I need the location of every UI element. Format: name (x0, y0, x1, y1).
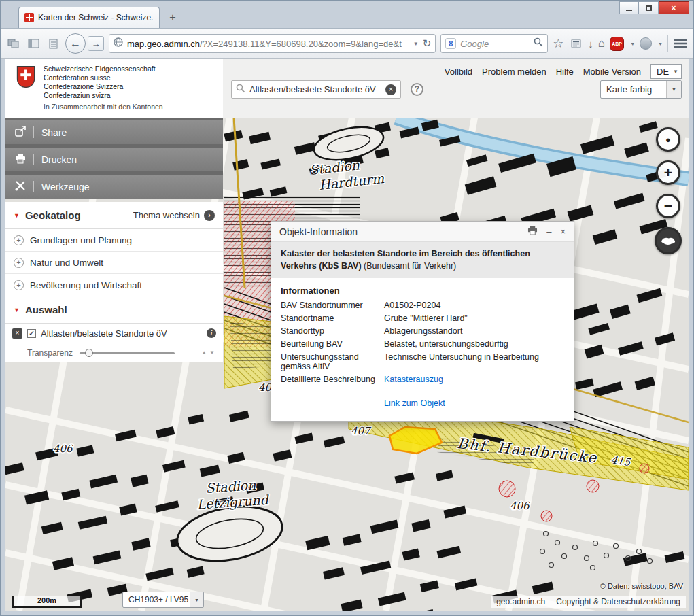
layer-checkbox[interactable]: ✓ (27, 329, 36, 338)
overview-switzerland-button[interactable] (655, 227, 682, 254)
field-value: A01502-P0204 (384, 301, 564, 310)
panel-icon[interactable] (26, 37, 41, 50)
field-label: Untersuchungsstand gemäss AltlV (281, 352, 384, 371)
field-value: Technische Untersuchung in Bearbeitung (384, 352, 564, 371)
print-label: Drucken (41, 154, 77, 165)
abp-addon-icon[interactable]: ABP (610, 37, 624, 51)
geolocate-button[interactable]: ● (656, 127, 680, 152)
language-select[interactable]: DE ▼ (650, 64, 682, 79)
minimize-button[interactable] (619, 1, 639, 14)
map-search-bar[interactable]: × (231, 80, 401, 99)
section-title: Informationen (281, 286, 564, 296)
link-mobile-version[interactable]: Mobile Version (583, 67, 641, 77)
geoadmin-link[interactable]: geo.admin.ch (496, 597, 545, 606)
catalog-item-label: Bevölkerung und Wirtschaft (30, 280, 142, 290)
abp-dropdown-icon[interactable]: ▼ (630, 41, 635, 46)
tools-button[interactable]: Werkzeuge (5, 175, 223, 199)
magnifier-icon (236, 84, 245, 96)
popup-close-icon[interactable]: × (560, 226, 566, 237)
collapse-arrow-icon: ▼ (14, 307, 20, 313)
popup-body: Informationen BAV StandortnummerA01502-P… (271, 278, 574, 421)
home-button[interactable]: ⌂ (598, 37, 605, 50)
expand-plus-icon[interactable]: + (14, 280, 24, 290)
remove-layer-button[interactable]: × (12, 328, 22, 339)
sidebar: Share Drucken Werkzeuge (5, 118, 223, 362)
map-style-select[interactable]: Karte farbig ▼ (600, 80, 682, 99)
catalog-item-bevoelkerung[interactable]: + Bevölkerung und Wirtschaft (5, 274, 223, 296)
pages-icon[interactable] (6, 37, 21, 50)
minimize-icon (626, 10, 632, 11)
cooperation-note: In Zusammenarbeit mit den Kantonen (44, 103, 163, 111)
map-search-input[interactable] (249, 84, 381, 95)
clipboard-icon[interactable] (46, 37, 60, 50)
search-magnifier-icon[interactable] (534, 37, 543, 50)
chevron-down-icon: ▼ (673, 69, 678, 75)
expand-plus-icon[interactable]: + (14, 235, 24, 245)
reload-icon[interactable]: ↻ (423, 37, 432, 50)
change-topic-link[interactable]: Thema wechseln › (133, 210, 215, 221)
expand-plus-icon[interactable]: + (14, 258, 24, 268)
zoom-in-button[interactable]: + (656, 160, 680, 185)
katasterauszug-link[interactable]: Katasterauszug (384, 375, 443, 384)
auswahl-header[interactable]: ▼ Auswahl (5, 296, 223, 324)
popup-titlebar[interactable]: Objekt-Information – × (271, 222, 574, 242)
popup-print-icon[interactable] (527, 226, 538, 238)
crs-value: CH1903+ / LV95 (123, 595, 190, 604)
maximize-icon (646, 5, 652, 11)
layer-info-icon[interactable]: i (207, 328, 216, 338)
move-down-icon[interactable]: ▼ (209, 349, 215, 356)
new-tab-button[interactable]: + (164, 9, 181, 27)
crs-select[interactable]: CH1903+ / LV95 ▼ (122, 592, 204, 608)
browser-tab[interactable]: Karten der Schweiz - Schweize... (18, 7, 160, 28)
catalog-item-label: Natur und Umwelt (30, 258, 103, 268)
url-dropdown-icon[interactable]: ▼ (413, 41, 419, 47)
map-attribution: © Daten: swisstopo, BAV (600, 582, 683, 590)
link-vollbild[interactable]: Vollbild (445, 67, 472, 77)
link-hilfe[interactable]: Hilfe (556, 67, 574, 77)
catalog-panel: ▼ Geokatalog Thema wechseln › + Grundlag… (5, 202, 223, 362)
addon-icon[interactable] (640, 37, 652, 50)
clear-search-icon[interactable]: × (385, 84, 396, 95)
maximize-button[interactable] (639, 1, 659, 14)
reorder-arrows-icon[interactable]: ▲ ▼ (201, 349, 215, 356)
collapse-arrow-icon: ▼ (14, 212, 20, 219)
sidebar-menu-buttons: Share Drucken Werkzeuge (5, 118, 223, 199)
browser-search-box[interactable]: 8 Google (440, 34, 548, 53)
object-info-popup: Objekt-Information – × Kataster der bela… (271, 221, 574, 422)
field-label: BAV Standortnummer (281, 301, 384, 310)
share-button[interactable]: Share (5, 120, 223, 144)
copyright-link[interactable]: Copyright & Datenschutzerklärung (556, 597, 680, 606)
move-up-icon[interactable]: ▲ (201, 349, 207, 356)
transparency-slider[interactable] (80, 349, 175, 357)
menu-button[interactable] (673, 37, 688, 50)
tab-title: Karten der Schweiz - Schweize... (38, 13, 154, 22)
button-separator (33, 181, 34, 192)
object-link[interactable]: Link zum Objekt (384, 398, 445, 408)
link-problem-melden[interactable]: Problem melden (482, 67, 546, 77)
geokatalog-header[interactable]: ▼ Geokatalog Thema wechseln › (5, 202, 223, 229)
page-viewport: Schweizerische Eidgenossenschaft Confédé… (5, 59, 689, 611)
slider-knob[interactable] (85, 349, 93, 357)
dataset-source: (Bundesamt für Verkehr) (364, 261, 456, 271)
downloads-icon[interactable]: ↓ (588, 38, 593, 50)
url-bar[interactable]: map.geo.admin.ch/?X=249138.11&Y=680698.2… (109, 34, 436, 53)
bookmark-star-icon[interactable]: ☆ (553, 36, 563, 51)
help-icon[interactable]: ? (411, 83, 423, 96)
field-value: Grube "Mittlerer Hard" (384, 313, 564, 323)
close-button[interactable]: × (659, 1, 689, 14)
bookmarks-menu-icon[interactable] (568, 37, 583, 50)
swiss-flag-favicon (24, 13, 34, 22)
back-button[interactable]: ← (65, 33, 86, 54)
toolbar-separator (667, 35, 668, 52)
catalog-item-natur[interactable]: + Natur und Umwelt (5, 252, 223, 274)
addon-dropdown-icon[interactable]: ▼ (658, 41, 663, 46)
zoom-out-button[interactable]: − (656, 194, 680, 218)
catalog-item-grundlagen[interactable]: + Grundlagen und Planung (5, 229, 223, 252)
forward-button[interactable]: → (88, 36, 104, 51)
printer-icon (15, 154, 26, 166)
share-icon (15, 126, 26, 139)
print-button[interactable]: Drucken (5, 148, 223, 171)
google-logo-icon[interactable]: 8 (445, 38, 456, 49)
popup-minimize-icon[interactable]: – (546, 226, 551, 237)
chevron-down-icon: ▼ (190, 592, 203, 607)
